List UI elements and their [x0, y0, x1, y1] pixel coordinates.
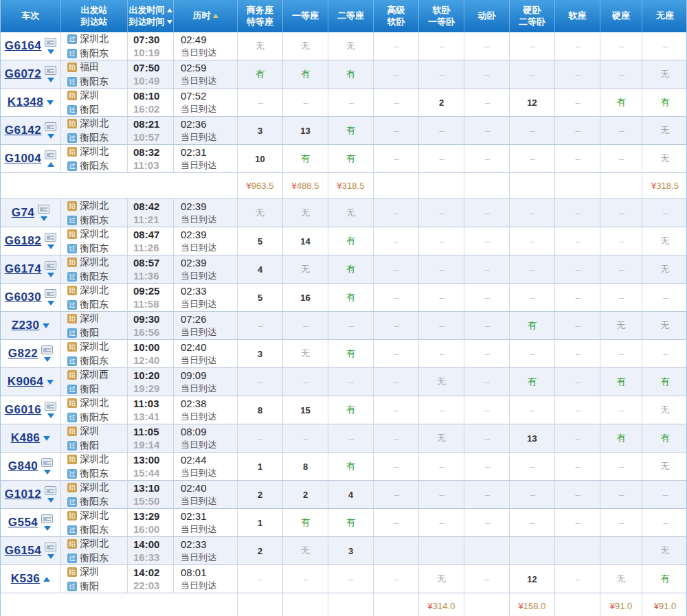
- expand-arrow-icon[interactable]: [47, 554, 54, 559]
- departure-time: 08:32: [133, 146, 159, 158]
- train-number-link[interactable]: Z230: [12, 319, 40, 332]
- expand-arrow-icon[interactable]: [47, 49, 54, 54]
- yen-sign: ¥: [519, 601, 523, 611]
- arrival-station-name: 衡阳: [80, 580, 99, 593]
- seat-cell-premium-soft-sleeper: –: [374, 481, 419, 509]
- seat-cell-motor-sleeper: [464, 537, 510, 565]
- price-row: ¥963.5¥488.5¥318.5¥318.5: [1, 173, 686, 199]
- times-cell: 08:5711:36: [128, 255, 174, 284]
- pass-station-badge: 过: [67, 133, 77, 143]
- duration-cell: 02:59当日到达: [174, 60, 238, 89]
- seat-na-label: –: [303, 321, 307, 331]
- train-number-link[interactable]: K486: [11, 431, 41, 445]
- expand-arrow-icon[interactable]: [47, 78, 54, 82]
- column-header-duration[interactable]: 历时: [174, 0, 238, 32]
- duration-value: 07:26: [181, 313, 207, 325]
- expand-arrow-icon[interactable]: [47, 134, 54, 139]
- expand-arrow-icon[interactable]: [41, 216, 47, 221]
- train-number-link[interactable]: K1348: [8, 95, 44, 109]
- times-cell: 14:0016:33: [128, 537, 174, 565]
- arrival-day-note: 当日到达: [181, 411, 216, 423]
- seat-cell-first-class: 有: [283, 145, 328, 173]
- seat-available-label: 有: [617, 432, 626, 444]
- expand-arrow-icon[interactable]: [47, 273, 54, 277]
- seat-soldout-label: 无: [437, 376, 446, 388]
- column-header-hard-seat: 硬座: [600, 0, 642, 32]
- train-number-link[interactable]: G6174: [5, 262, 42, 276]
- seat-na-label: –: [484, 208, 488, 218]
- origin-station-badge: 始: [67, 229, 77, 239]
- seat-na-label: –: [530, 293, 534, 303]
- seat-na-label: –: [439, 349, 443, 359]
- column-header-stations: 出发站到达站: [61, 0, 128, 32]
- seat-count-label: 2: [258, 546, 262, 556]
- duration-cell: 07:26当日到达: [174, 312, 238, 340]
- train-row: G6174始深圳北过衡阳东08:5711:3602:39当日到达4无有–––––…: [1, 255, 686, 284]
- arrival-station-name: 衡阳: [80, 440, 99, 452]
- expand-arrow-icon[interactable]: [47, 413, 54, 418]
- collapse-arrow-icon[interactable]: [43, 577, 50, 582]
- column-header-second-class: 二等座: [328, 0, 374, 32]
- column-header-premium-soft-sleeper: 高级软卧: [374, 0, 419, 32]
- seat-cell-premium-soft-sleeper: –: [374, 312, 419, 340]
- expand-arrow-icon[interactable]: [43, 323, 49, 328]
- train-number-link[interactable]: G6030: [5, 290, 42, 304]
- train-number-link[interactable]: G6072: [5, 67, 42, 81]
- seat-cell-soft-sleeper: 无: [419, 424, 464, 453]
- seat-na-label: –: [619, 69, 623, 80]
- seat-na-label: –: [258, 321, 262, 331]
- seat-cell-soft-seat: –: [555, 481, 600, 509]
- train-number-link[interactable]: G74: [12, 206, 35, 220]
- expand-arrow-icon[interactable]: [47, 301, 54, 306]
- train-number-link[interactable]: G6164: [5, 39, 42, 53]
- origin-station-badge: 始: [67, 62, 77, 72]
- arrival-time: 16:33: [133, 551, 159, 563]
- seat-cell-premium-soft-sleeper: [374, 537, 419, 565]
- seat-na-label: –: [575, 518, 579, 528]
- train-number-link[interactable]: G822: [8, 347, 38, 361]
- seat-cell-first-class: –: [283, 89, 328, 117]
- train-number-link[interactable]: G1004: [5, 152, 42, 166]
- price-amount: 488.5: [297, 181, 319, 191]
- price-cell-premium-soft-sleeper: [374, 593, 419, 616]
- price-value: ¥488.5: [292, 181, 319, 191]
- train-number-link[interactable]: G6182: [5, 234, 42, 248]
- expand-arrow-icon[interactable]: [44, 526, 51, 531]
- collapse-arrow-icon[interactable]: [47, 162, 54, 167]
- pass-station-badge: 过: [67, 525, 77, 535]
- arrival-station-name: 衡阳东: [80, 355, 109, 367]
- train-number-link[interactable]: G840: [8, 459, 38, 473]
- seat-available-label: 有: [346, 124, 355, 137]
- seat-cell-business-seat: 1: [238, 509, 283, 537]
- origin-station-badge: 始: [67, 342, 77, 352]
- train-number-link[interactable]: G6016: [5, 403, 42, 417]
- train-number-link[interactable]: G1012: [5, 488, 42, 501]
- expand-arrow-icon[interactable]: [43, 436, 50, 441]
- seat-cell-first-class: –: [283, 424, 328, 453]
- seat-soldout-label: 无: [301, 347, 310, 360]
- column-header-times[interactable]: 出发时间到达时间: [128, 0, 174, 32]
- seat-cell-hard-sleeper: 12: [510, 89, 555, 117]
- train-number-link[interactable]: K9064: [8, 375, 44, 389]
- yen-sign: ¥: [337, 181, 342, 191]
- seat-cell-premium-soft-sleeper: –: [374, 145, 419, 173]
- seat-cell-business-seat: –: [238, 368, 283, 396]
- expand-arrow-icon[interactable]: [47, 498, 54, 503]
- train-number-link[interactable]: K536: [11, 572, 41, 586]
- seat-na-label: –: [303, 377, 307, 387]
- seat-count-label: 8: [258, 405, 262, 415]
- departure-station-name: 深圳北: [80, 341, 109, 353]
- expand-arrow-icon[interactable]: [47, 100, 54, 105]
- train-number-link[interactable]: G6142: [5, 124, 42, 137]
- expand-arrow-icon[interactable]: [44, 357, 51, 362]
- expand-arrow-icon[interactable]: [47, 244, 54, 249]
- seat-cell-soft-sleeper: –: [419, 227, 464, 255]
- seat-na-label: –: [303, 433, 307, 444]
- expand-arrow-icon[interactable]: [44, 470, 51, 475]
- id-card-icon: [41, 345, 53, 354]
- train-number-link[interactable]: G554: [8, 516, 38, 529]
- train-number-link[interactable]: G6154: [5, 544, 42, 558]
- stations-cell: 始深圳北过衡阳东: [61, 199, 128, 227]
- duration-cell: 02:39当日到达: [174, 255, 238, 284]
- expand-arrow-icon[interactable]: [47, 380, 54, 385]
